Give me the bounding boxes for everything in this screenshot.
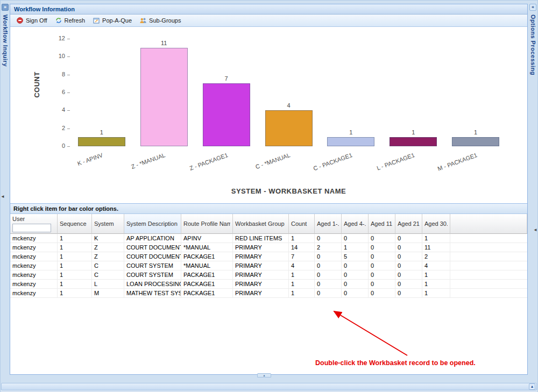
table-cell: L bbox=[92, 280, 124, 289]
bar-c-manual[interactable] bbox=[265, 110, 312, 146]
chart-slot: 4C - *MANUAL bbox=[258, 39, 320, 146]
y-tick-label: 4 bbox=[41, 106, 65, 113]
column-header-aged-11[interactable]: Aged 11... bbox=[369, 214, 395, 234]
table-cell: 1 bbox=[58, 243, 92, 252]
table-row[interactable]: mckenzy1ZCOURT DOCUMENTS...PACKAGE1PRIMA… bbox=[10, 252, 527, 261]
table-row[interactable]: mckenzy1LLOAN PROCESSINGPACKAGE1PRIMARY1… bbox=[10, 280, 527, 289]
table-cell: mckenzy bbox=[10, 252, 58, 261]
y-tick-label: 2 bbox=[41, 125, 65, 131]
workflow-app: » Workflow Inquiry ◄ « Options Processin… bbox=[0, 0, 538, 392]
table-cell: PRIMARY bbox=[233, 270, 289, 280]
table-cell: C bbox=[92, 261, 124, 270]
sign-off-button[interactable]: Sign Off bbox=[12, 16, 51, 25]
table-cell: 1 bbox=[58, 280, 92, 289]
column-header-filler bbox=[450, 214, 527, 234]
table-cell: 1 bbox=[422, 289, 450, 298]
x-category-label: C - PACKAGE1 bbox=[313, 152, 353, 172]
table-row[interactable]: mckenzy1MMATHEW TEST SYST...PACKAGE1PRIM… bbox=[10, 289, 527, 298]
bar-z-package1[interactable] bbox=[203, 83, 250, 146]
workflow-information-panel: Workflow Information Sign OffRefreshPop-… bbox=[10, 4, 528, 375]
table-cell: COURT SYSTEM bbox=[124, 270, 181, 280]
table-row[interactable]: mckenzy1CCOURT SYSTEMPACKAGE1PRIMARY1000… bbox=[10, 270, 527, 280]
table-cell: K bbox=[92, 234, 124, 243]
column-header-workbasket-group[interactable]: Workbasket Group bbox=[233, 214, 289, 234]
bar-value-label: 11 bbox=[161, 40, 167, 46]
left-splitter-collapse-icon[interactable]: ◄ bbox=[1, 195, 5, 199]
table-row[interactable]: mckenzy1ZCOURT DOCUMENTS...*MANUALPRIMAR… bbox=[10, 243, 527, 252]
horizontal-splitter-handle[interactable]: ▴ bbox=[257, 373, 271, 377]
table-cell: 0 bbox=[369, 261, 395, 270]
table-cell-filler bbox=[450, 243, 527, 252]
table-cell-filler bbox=[450, 289, 527, 298]
table-cell-filler bbox=[450, 261, 527, 270]
table-cell: 0 bbox=[395, 243, 422, 252]
y-tick-label: 12 bbox=[41, 35, 65, 41]
south-collapsed-panel[interactable]: ▴ bbox=[1, 383, 537, 390]
pop-a-que-button[interactable]: Pop-A-Que bbox=[89, 16, 136, 25]
column-header-label: Workbasket Group bbox=[235, 220, 286, 227]
table-cell: 1 bbox=[289, 270, 315, 280]
table-cell: Z bbox=[92, 243, 124, 252]
y-tick-mark bbox=[67, 39, 70, 39]
refresh-button[interactable]: Refresh bbox=[51, 16, 89, 25]
left-collapsed-panel[interactable]: » Workflow Inquiry bbox=[1, 4, 9, 375]
table-cell: 2 bbox=[315, 243, 342, 252]
column-header-aged-1[interactable]: Aged 1-... bbox=[315, 214, 342, 234]
bar-l-package1[interactable] bbox=[390, 137, 437, 146]
table-cell: mckenzy bbox=[10, 289, 58, 298]
table-cell: PACKAGE1 bbox=[181, 270, 233, 280]
table-cell: AP APPLICATION bbox=[124, 234, 181, 243]
panel-title: Workflow Information bbox=[14, 6, 75, 12]
chart-slot: 1L - PACKAGE1 bbox=[382, 39, 444, 146]
table-cell: PACKAGE1 bbox=[181, 280, 233, 289]
y-tick-mark bbox=[67, 56, 70, 57]
table-cell: mckenzy bbox=[10, 270, 58, 280]
bar-value-label: 1 bbox=[412, 129, 415, 136]
y-tick-mark bbox=[67, 146, 70, 147]
table-cell: PRIMARY bbox=[233, 289, 289, 298]
table-cell: 0 bbox=[315, 234, 342, 243]
column-header-system-description[interactable]: System Description▲ bbox=[124, 214, 181, 234]
x-category-label: Z - *MANUAL bbox=[130, 152, 166, 170]
bar-m-package1[interactable] bbox=[452, 137, 499, 146]
right-splitter-collapse-icon[interactable]: ◄ bbox=[533, 228, 537, 232]
expand-left-panel-icon[interactable]: » bbox=[2, 4, 9, 11]
table-cell: PACKAGE1 bbox=[181, 289, 233, 298]
table-cell: mckenzy bbox=[10, 234, 58, 243]
column-header-count[interactable]: Count bbox=[289, 214, 315, 234]
chart-slot: 1K - APINV bbox=[70, 39, 133, 146]
table-cell: PRIMARY bbox=[233, 280, 289, 289]
table-cell: 1 bbox=[422, 280, 450, 289]
column-header-aged-21[interactable]: Aged 21... bbox=[395, 214, 422, 234]
x-category-label: K - APINV bbox=[76, 152, 104, 167]
sign-off-icon bbox=[16, 17, 24, 24]
sign-off-label: Sign Off bbox=[26, 17, 47, 24]
column-header-system[interactable]: System bbox=[92, 214, 124, 234]
sub-groups-button[interactable]: Sub-Groups bbox=[136, 16, 185, 25]
column-header-label: User bbox=[12, 216, 55, 222]
table-cell: 0 bbox=[315, 289, 342, 298]
column-header-aged-30[interactable]: Aged 30... bbox=[422, 214, 450, 234]
bar-z-manual[interactable] bbox=[140, 48, 188, 146]
table-cell: LOAN PROCESSING bbox=[124, 280, 181, 289]
chart-plot-area: 1K - APINV11Z - *MANUAL7Z - PACKAGE14C -… bbox=[70, 39, 507, 146]
table-cell: 1 bbox=[289, 280, 315, 289]
table-row[interactable]: mckenzy1CCOURT SYSTEM*MANUALPRIMARY40000… bbox=[10, 261, 527, 270]
expand-south-panel-icon[interactable]: ▴ bbox=[529, 383, 535, 390]
bar-c-package1[interactable] bbox=[327, 137, 374, 146]
table-cell: 0 bbox=[315, 280, 342, 289]
right-collapsed-panel[interactable]: « Options Processing bbox=[529, 4, 537, 375]
column-header-sequence[interactable]: Sequence bbox=[58, 214, 92, 234]
column-header-user[interactable]: User bbox=[10, 214, 58, 234]
bar-k-apinv[interactable] bbox=[78, 137, 125, 146]
column-header-label: Aged 30... bbox=[424, 220, 448, 227]
table-cell: 1 bbox=[422, 270, 450, 280]
column-header-route-profile-name[interactable]: Route Profile Name bbox=[181, 214, 233, 234]
table-cell: M bbox=[92, 289, 124, 298]
column-header-aged-4[interactable]: Aged 4-... bbox=[342, 214, 369, 234]
collapse-right-panel-icon[interactable]: « bbox=[529, 4, 536, 11]
user-filter-input[interactable] bbox=[12, 224, 51, 232]
bar-value-label: 1 bbox=[474, 129, 477, 136]
grid-hint-text: Right click item for bar color options. bbox=[13, 205, 118, 212]
table-row[interactable]: mckenzy1KAP APPLICATIONAPINVRED LINE ITE… bbox=[10, 234, 527, 243]
